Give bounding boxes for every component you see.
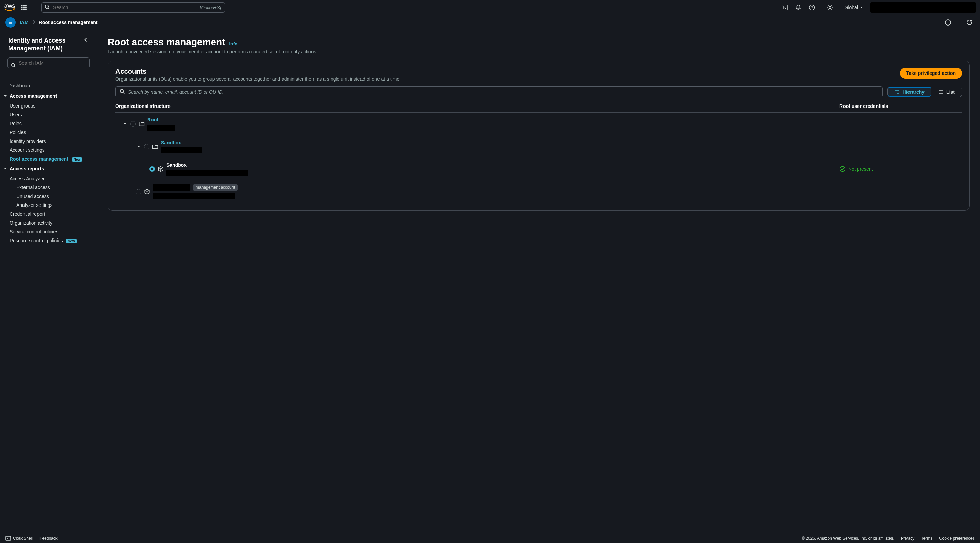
cloudshell-icon[interactable] (778, 1, 791, 14)
chevron-right-icon (32, 20, 35, 25)
status-text: Not present (848, 167, 873, 172)
credentials-status: Not present (839, 166, 962, 172)
redacted-text (153, 184, 190, 191)
sidebar-collapse-button[interactable] (83, 37, 89, 44)
aws-logo[interactable] (4, 4, 15, 11)
divider (839, 3, 839, 11)
account-menu[interactable] (870, 2, 976, 13)
sidebar-item-account-settings[interactable]: Account settings (0, 146, 97, 154)
table-row: Sandbox (115, 135, 962, 157)
info-link[interactable]: Info (229, 41, 237, 46)
sidebar-item-root-access-management[interactable]: Root access management New (0, 154, 97, 163)
sidebar-search-input[interactable] (8, 57, 89, 68)
sidebar-item-analyzer-settings[interactable]: Analyzer settings (0, 201, 97, 210)
caret-down-icon (3, 167, 8, 170)
tree-node-root-link[interactable]: Root (147, 117, 175, 122)
account-icon (158, 166, 164, 172)
settings-icon[interactable] (823, 1, 837, 14)
notifications-icon[interactable] (791, 1, 805, 14)
view-hierarchy-button[interactable]: Hierarchy (888, 87, 932, 97)
view-list-button[interactable]: List (931, 87, 962, 97)
svg-point-12 (829, 6, 831, 8)
divider (821, 3, 821, 11)
column-root-credentials: Root user credentials (839, 103, 962, 109)
sidebar-item-external-access[interactable]: External access (0, 183, 97, 192)
svg-rect-4 (23, 6, 25, 8)
svg-rect-2 (25, 5, 27, 6)
check-circle-icon (839, 166, 846, 172)
view-label: Hierarchy (903, 89, 925, 95)
breadcrumb-current: Root access management (39, 20, 98, 25)
help-icon[interactable] (805, 1, 819, 14)
privacy-link[interactable]: Privacy (901, 536, 914, 541)
search-icon (45, 5, 50, 11)
sidebar-item-user-groups[interactable]: User groups (0, 102, 97, 110)
main-layout: Identity and Access Management (IAM) Das… (0, 30, 980, 533)
search-icon (11, 63, 16, 69)
table-row: Root (115, 113, 962, 135)
breadcrumb-bar: IAM Root access management (0, 15, 980, 30)
divider (959, 17, 959, 25)
tree-node-sandbox-ou-link[interactable]: Sandbox (161, 140, 202, 145)
sidebar-item-unused-access[interactable]: Unused access (0, 192, 97, 201)
sidebar-item-label: Resource control policies (10, 238, 63, 243)
sidebar-section-access-management[interactable]: Access management (0, 90, 97, 102)
sidebar-item-identity-providers[interactable]: Identity providers (0, 137, 97, 146)
global-search-input[interactable] (41, 2, 225, 13)
sidebar-section-label: Access reports (10, 166, 44, 171)
accounts-panel: Accounts Organizational units (OUs) enab… (108, 60, 970, 211)
sidebar-item-policies[interactable]: Policies (0, 128, 97, 137)
sidebar-item-credential-report[interactable]: Credential report (0, 210, 97, 218)
table-row: management account (115, 180, 962, 203)
accounts-search-input[interactable] (115, 86, 883, 97)
svg-rect-17 (6, 536, 11, 540)
new-badge: New (66, 239, 76, 243)
topnav-actions: Global (778, 1, 976, 14)
svg-point-9 (45, 5, 48, 8)
breadcrumb-service-link[interactable]: IAM (20, 20, 29, 25)
cookie-preferences-link[interactable]: Cookie preferences (939, 536, 975, 541)
sidebar-item-access-analyzer[interactable]: Access Analyzer (0, 174, 97, 183)
chevron-down-icon (859, 6, 863, 9)
svg-rect-0 (21, 5, 23, 6)
svg-rect-1 (23, 5, 25, 6)
org-tree: Root Sandbox (115, 113, 962, 203)
cloudshell-label: CloudShell (13, 536, 33, 541)
tree-toggle[interactable] (122, 121, 128, 127)
accounts-search (115, 86, 883, 97)
sidebar-item-users[interactable]: Users (0, 110, 97, 119)
page-description: Launch a privileged session into your me… (108, 49, 970, 54)
refresh-icon[interactable] (964, 17, 975, 27)
sidebar-item-dashboard[interactable]: Dashboard (0, 81, 97, 90)
redacted-text (147, 124, 175, 131)
list-icon (938, 89, 943, 95)
sidebar-section-label: Access management (10, 93, 57, 98)
sidebar-item-resource-control-policies[interactable]: Resource control policies New (0, 236, 97, 245)
tree-toggle[interactable] (136, 144, 141, 149)
svg-rect-8 (25, 8, 27, 10)
divider (35, 3, 35, 11)
cloudshell-button[interactable]: CloudShell (5, 535, 33, 541)
tree-node-sandbox-account: Sandbox (167, 162, 248, 168)
sidebar-section-access-reports[interactable]: Access reports (0, 163, 97, 174)
region-label: Global (845, 5, 858, 10)
redacted-text (161, 147, 202, 154)
services-menu-button[interactable] (19, 3, 29, 12)
terms-link[interactable]: Terms (921, 536, 932, 541)
region-selector[interactable]: Global (841, 5, 866, 10)
divider (8, 76, 89, 77)
top-nav: [Option+S] Global (0, 0, 980, 15)
info-panel-icon[interactable] (943, 17, 953, 27)
radio[interactable] (150, 167, 155, 172)
caret-down-icon (3, 94, 8, 98)
table-row: Sandbox Not present (115, 157, 962, 180)
sidebar-item-service-control-policies[interactable]: Service control policies (0, 227, 97, 236)
hierarchy-icon (894, 89, 900, 95)
feedback-link[interactable]: Feedback (40, 536, 57, 541)
side-panel-toggle[interactable] (5, 17, 16, 27)
sidebar: Identity and Access Management (IAM) Das… (0, 30, 97, 533)
sidebar-item-organization-activity[interactable]: Organization activity (0, 218, 97, 227)
take-privileged-action-button[interactable]: Take privileged action (900, 68, 962, 79)
sidebar-item-roles[interactable]: Roles (0, 119, 97, 128)
svg-point-16 (840, 167, 845, 171)
